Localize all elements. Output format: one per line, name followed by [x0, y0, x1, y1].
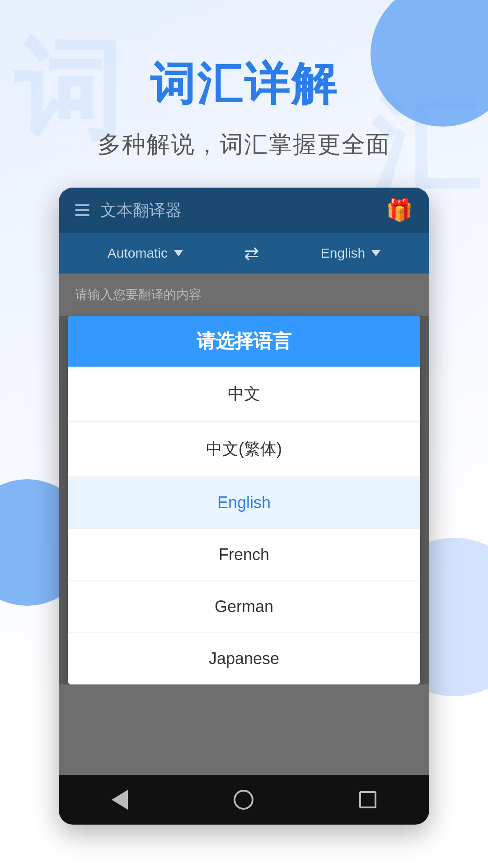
toolbar-left: 文本翻译器	[75, 199, 182, 222]
bottom-area	[59, 684, 429, 775]
target-lang-dropdown[interactable]: English	[321, 245, 380, 261]
nav-recents-button[interactable]	[359, 791, 376, 808]
text-input-area[interactable]: 请输入您要翻译的内容	[59, 274, 429, 316]
dialog-header: 请选择语言	[68, 316, 420, 367]
recents-icon	[359, 791, 376, 808]
back-icon	[112, 790, 128, 810]
swap-icon[interactable]: ⇄	[244, 243, 259, 264]
app-toolbar: 文本翻译器 🎁	[59, 188, 429, 233]
source-lang-label: Automatic	[108, 245, 168, 261]
nav-back-button[interactable]	[112, 790, 128, 810]
source-lang-arrow	[174, 250, 183, 256]
promo-subtitle: 多种解说，词汇掌握更全面	[0, 129, 488, 160]
hamburger-icon[interactable]	[75, 204, 89, 216]
nav-home-button[interactable]	[234, 790, 253, 810]
target-lang-label: English	[321, 245, 365, 261]
phone-mockup: 文本翻译器 🎁 Automatic ⇄ English 请输入您要翻译的内容 请…	[59, 188, 429, 825]
dialog-item-4[interactable]: German	[68, 581, 420, 633]
dialog-item-3[interactable]: French	[68, 529, 420, 581]
dialog-item-5[interactable]: Japanese	[68, 633, 420, 684]
target-lang-arrow	[371, 250, 380, 256]
promo-title: 词汇详解	[0, 54, 488, 115]
gift-icon[interactable]: 🎁	[386, 198, 413, 223]
input-placeholder: 请输入您要翻译的内容	[75, 288, 202, 302]
dialog-list: 中文中文(繁体)EnglishFrenchGermanJapanese	[68, 367, 420, 684]
source-lang-dropdown[interactable]: Automatic	[108, 245, 183, 261]
dialog-item-1[interactable]: 中文(繁体)	[68, 422, 420, 477]
dialog-title: 请选择语言	[197, 330, 291, 352]
app-title: 文本翻译器	[100, 199, 182, 222]
lang-dialog: 请选择语言 中文中文(繁体)EnglishFrenchGermanJapanes…	[68, 316, 420, 684]
dialog-item-2[interactable]: English	[68, 477, 420, 529]
lang-selector-bar: Automatic ⇄ English	[59, 233, 429, 274]
home-icon	[234, 790, 253, 810]
nav-bar	[59, 775, 429, 825]
promo-section: 词汇详解 多种解说，词汇掌握更全面	[0, 0, 488, 188]
dialog-item-0[interactable]: 中文	[68, 367, 420, 422]
